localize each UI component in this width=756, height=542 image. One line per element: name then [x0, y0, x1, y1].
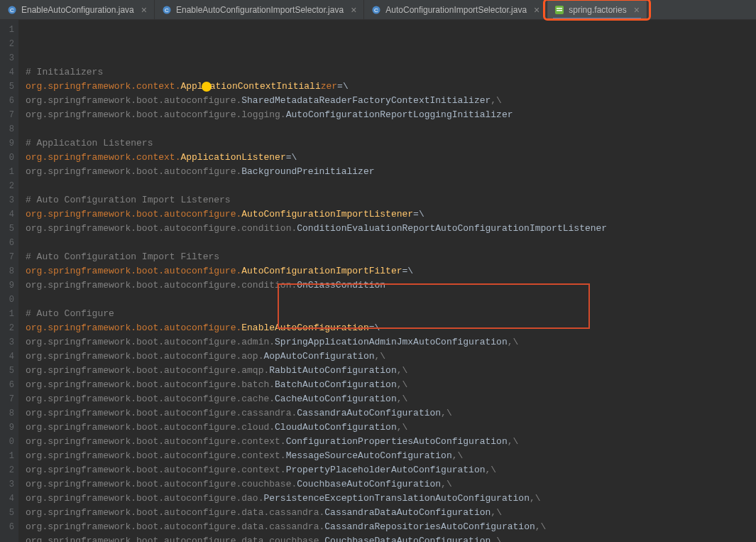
line-number: 3 — [0, 477, 14, 492]
svg-text:C: C — [165, 7, 169, 13]
code-line: org.springframework.boot.autoconfigure.c… — [26, 463, 756, 477]
properties-icon — [554, 5, 564, 15]
line-number: 3 — [0, 51, 14, 65]
line-number: 7 — [0, 108, 14, 122]
tab-label: EnableAutoConfigurationImportSelector.ja… — [176, 5, 344, 15]
code-line — [26, 236, 756, 250]
code-line: org.springframework.boot.autoconfigure.a… — [26, 364, 756, 378]
code-viewport[interactable]: # Initializersorg.springframework.contex… — [18, 20, 756, 542]
tab-spring-factories[interactable]: spring.factories × — [547, 0, 647, 19]
line-number: 5 — [0, 80, 14, 94]
line-number: 5 — [0, 222, 14, 236]
tab-label: spring.factories — [569, 5, 626, 15]
close-icon[interactable]: × — [141, 5, 147, 15]
code-line: # Application Listeners — [26, 136, 756, 151]
code-line: org.springframework.boot.autoconfigure.A… — [26, 264, 756, 278]
line-number: 0 — [0, 151, 14, 165]
code-line: org.springframework.boot.autoconfigure.a… — [26, 335, 756, 349]
line-number: 9 — [0, 136, 14, 151]
close-icon[interactable]: × — [534, 5, 539, 15]
code-line: org.springframework.boot.autoconfigure.a… — [26, 349, 756, 364]
svg-rect-7 — [557, 8, 562, 9]
java-icon: C — [162, 5, 172, 15]
code-line: # Initializers — [26, 65, 756, 80]
line-number: 9 — [0, 278, 14, 293]
code-line: # Auto Configure — [26, 307, 756, 321]
code-line: org.springframework.boot.autoconfigure.B… — [26, 165, 756, 179]
line-number: 8 — [0, 122, 14, 136]
code-line: org.springframework.boot.autoconfigure.c… — [26, 421, 756, 435]
code-line — [26, 293, 756, 307]
code-line: org.springframework.boot.autoconfigure.d… — [26, 492, 756, 506]
line-number: 2 — [0, 179, 14, 193]
svg-text:C: C — [374, 7, 378, 13]
line-number: 2 — [0, 463, 14, 477]
line-number: 1 — [0, 449, 14, 463]
line-number: 8 — [0, 264, 14, 278]
code-line: org.springframework.boot.autoconfigure.S… — [26, 94, 756, 108]
code-line: org.springframework.boot.autoconfigure.A… — [26, 207, 756, 222]
line-number: 4 — [0, 207, 14, 222]
code-line: org.springframework.boot.autoconfigure.c… — [26, 278, 756, 293]
tab-underline — [553, 18, 641, 19]
code-line: org.springframework.boot.autoconfigure.c… — [26, 435, 756, 449]
code-line: # Auto Configuration Import Filters — [26, 250, 756, 264]
code-line: org.springframework.context.ApplicationL… — [26, 151, 756, 165]
line-number: 5 — [0, 364, 14, 378]
close-icon[interactable]: × — [351, 5, 356, 15]
line-number: 0 — [0, 293, 14, 307]
java-icon: C — [371, 5, 381, 15]
svg-rect-8 — [557, 10, 562, 11]
line-number: 4 — [0, 349, 14, 364]
tab-bar: C EnableAutoConfiguration.java × C Enabl… — [0, 0, 756, 20]
line-number: 7 — [0, 250, 14, 264]
line-number: 4 — [0, 65, 14, 80]
code-line: org.springframework.boot.autoconfigure.c… — [26, 222, 756, 236]
code-line: org.springframework.context.ApplationCon… — [26, 80, 756, 94]
code-line: org.springframework.boot.autoconfigure.c… — [26, 477, 756, 492]
code-line: org.springframework.boot.autoconfigure.c… — [26, 392, 756, 406]
line-gutter: 123456789012345678901234567890123456 — [0, 20, 18, 542]
code-line — [26, 179, 756, 193]
tab-label: EnableAutoConfiguration.java — [21, 5, 134, 15]
java-icon: C — [7, 5, 17, 15]
line-number: 1 — [0, 307, 14, 321]
code-line: org.springframework.boot.autoconfigure.c… — [26, 449, 756, 463]
line-number: 6 — [0, 520, 14, 534]
line-number: 0 — [0, 435, 14, 449]
line-number: 5 — [0, 506, 14, 520]
line-number: 6 — [0, 94, 14, 108]
line-number: 9 — [0, 421, 14, 435]
code-line: org.springframework.boot.autoconfigure.l… — [26, 108, 756, 122]
code-line: org.springframework.boot.autoconfigure.d… — [26, 506, 756, 520]
code-line: org.springframework.boot.autoconfigure.b… — [26, 378, 756, 392]
line-number: 4 — [0, 492, 14, 506]
tab-label: AutoConfigurationImportSelector.java — [385, 5, 527, 15]
line-number: 6 — [0, 378, 14, 392]
line-number: 6 — [0, 236, 14, 250]
tab-enable-auto-configuration[interactable]: C EnableAutoConfiguration.java × — [0, 0, 155, 19]
close-icon[interactable]: × — [634, 5, 640, 15]
svg-text:C: C — [10, 7, 14, 13]
code-line: org.springframework.boot.autoconfigure.d… — [26, 534, 756, 542]
code-line: org.springframework.boot.autoconfigure.E… — [26, 321, 756, 335]
line-number: 2 — [0, 321, 14, 335]
code-line — [26, 122, 756, 136]
line-number: 7 — [0, 392, 14, 406]
line-number: 3 — [0, 193, 14, 207]
editor-area: 123456789012345678901234567890123456 # I… — [0, 20, 756, 542]
tab-autoconfig-import-selector[interactable]: C AutoConfigurationImportSelector.java × — [364, 0, 547, 19]
line-number: 2 — [0, 37, 14, 51]
line-number: 8 — [0, 406, 14, 421]
line-number: 1 — [0, 165, 14, 179]
line-number: 1 — [0, 23, 14, 37]
code-line: org.springframework.boot.autoconfigure.c… — [26, 406, 756, 421]
tab-import-selector[interactable]: C EnableAutoConfigurationImportSelector.… — [155, 0, 364, 19]
line-number: 3 — [0, 335, 14, 349]
code-line: org.springframework.boot.autoconfigure.d… — [26, 520, 756, 534]
code-line: # Auto Configuration Import Listeners — [26, 193, 756, 207]
